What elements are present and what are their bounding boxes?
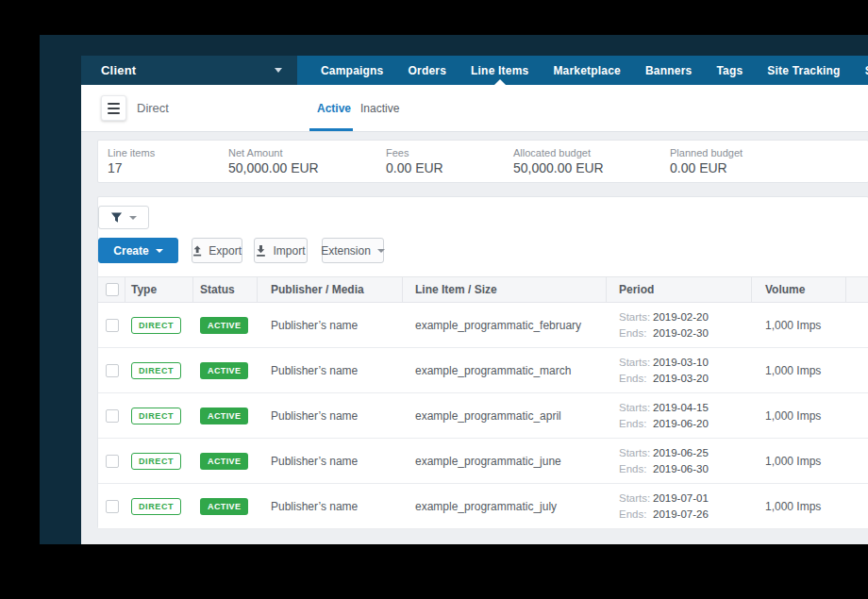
hamburger-icon [108,103,120,105]
stat-fees-value: 0.00 EUR [386,160,443,175]
stat-planned-budget-value: 0.00 EUR [670,160,727,175]
table-row[interactable]: DIRECT ACTIVE Publisher’s name example_p… [98,439,868,484]
type-badge: DIRECT [131,498,181,515]
upload-icon [192,245,202,257]
nav-item-site-tracking[interactable]: Site Tracking [767,56,840,85]
active-tab-underline [309,128,353,131]
column-header-type[interactable]: Type [131,277,157,302]
status-badge: ACTIVE [200,317,248,334]
create-button-label: Create [113,244,148,258]
tab-inactive[interactable]: Inactive [360,85,399,131]
tab-active[interactable]: Active [317,85,351,131]
publisher-name: Publisher’s name [271,348,358,392]
nav-item-stats-reports[interactable]: Stats & Reports [865,56,868,85]
row-checkbox[interactable] [106,500,119,513]
start-date: 2019-06-25 [653,447,709,458]
starts-label: Starts: [619,445,653,461]
volume-value: 1,000 Imps [765,484,821,528]
type-badge: DIRECT [131,317,181,334]
publisher-name: Publisher’s name [271,393,358,438]
subheader-bar: Direct Active Inactive [81,85,868,132]
period-cell: Starts:2019-03-10 Ends:2019-03-20 [619,355,709,387]
type-badge: DIRECT [131,453,181,470]
line-item-name: example_programmatic_march [415,348,571,392]
starts-label: Starts: [619,355,653,371]
row-checkbox[interactable] [106,409,119,423]
nav-item-orders[interactable]: Orders [408,56,446,85]
period-cell: Starts:2019-02-20 Ends:2019-02-30 [619,309,709,341]
create-button[interactable]: Create [98,238,178,263]
line-item-name: example_programmatic_april [415,393,561,438]
chevron-down-icon [156,249,163,253]
starts-label: Starts: [619,309,653,325]
start-date: 2019-07-01 [653,492,709,504]
publisher-name: Publisher’s name [271,303,358,347]
column-header-line-item[interactable]: Line Item / Size [415,277,497,302]
nav-item-marketplace[interactable]: Marketplace [553,56,621,85]
chevron-down-icon [377,249,385,253]
period-cell: Starts:2019-06-25 Ends:2019-06-30 [619,445,709,477]
end-date: 2019-07-26 [653,508,709,520]
ends-label: Ends: [619,371,653,387]
summary-stats-card: Line items 17 Net Amount 50,000.00 EUR F… [97,140,868,183]
export-button-label: Export [209,244,242,258]
ends-label: Ends: [619,507,653,523]
select-all-checkbox[interactable] [106,283,119,296]
ends-label: Ends: [619,461,653,477]
publisher-name: Publisher’s name [271,439,358,483]
period-cell: Starts:2019-07-01 Ends:2019-07-26 [619,491,709,523]
stat-line-items-value: 17 [108,160,123,175]
client-selector-label: Client [101,63,275,77]
ends-label: Ends: [619,325,653,341]
column-header-volume[interactable]: Volume [765,277,805,302]
column-header-publisher[interactable]: Publisher / Media [271,277,364,302]
top-navbar: Client Campaigns Orders Line Items Marke… [81,56,868,85]
table-row[interactable]: DIRECT ACTIVE Publisher’s name example_p… [98,393,868,439]
table-row[interactable]: DIRECT ACTIVE Publisher’s name example_p… [98,303,868,348]
chevron-down-icon [275,68,282,73]
nav-item-banners[interactable]: Banners [645,56,692,85]
volume-value: 1,000 Imps [765,303,821,347]
column-header-period[interactable]: Period [619,277,654,302]
extension-button[interactable]: Extension [322,238,384,263]
menu-button[interactable] [101,95,126,121]
status-badge: ACTIVE [200,362,248,379]
import-button[interactable]: Import [254,238,308,263]
type-badge: DIRECT [131,408,181,424]
line-items-card: Create Export Import Extension [97,196,868,528]
extension-button-label: Extension [321,244,371,258]
nav-items: Campaigns Orders Line Items Marketplace … [297,56,868,85]
column-header-status[interactable]: Status [200,277,235,302]
line-item-name: example_programmatic_july [415,484,557,528]
volume-value: 1,000 Imps [765,348,821,392]
volume-value: 1,000 Imps [765,393,821,438]
import-button-label: Import [273,244,305,258]
end-date: 2019-03-20 [653,373,709,384]
filter-button[interactable] [98,206,149,229]
download-icon [256,245,266,257]
nav-item-campaigns[interactable]: Campaigns [321,56,383,85]
table-row[interactable]: DIRECT ACTIVE Publisher’s name example_p… [98,348,868,393]
nav-item-line-items[interactable]: Line Items [471,56,528,85]
section-title: Direct [137,85,169,131]
stat-allocated-budget-value: 50,000.00 EUR [513,160,604,175]
volume-value: 1,000 Imps [765,439,821,483]
status-badge: ACTIVE [200,498,248,515]
nav-item-line-items-label: Line Items [471,64,528,77]
line-item-name: example_programmatic_february [415,303,581,347]
export-button[interactable]: Export [192,238,242,263]
period-cell: Starts:2019-04-15 Ends:2019-06-20 [619,400,709,432]
screen: Client Campaigns Orders Line Items Marke… [0,0,868,599]
end-date: 2019-02-30 [653,327,709,339]
nav-item-tags[interactable]: Tags [716,56,743,85]
line-item-name: example_programmatic_june [415,439,561,483]
chevron-down-icon [129,216,137,220]
table-header: Type Status Publisher / Media Line Item … [98,276,868,303]
row-checkbox[interactable] [106,455,119,468]
row-checkbox[interactable] [106,319,119,332]
client-selector[interactable]: Client [81,56,297,85]
status-badge: ACTIVE [200,453,248,470]
row-checkbox[interactable] [106,364,119,377]
starts-label: Starts: [619,400,653,416]
table-row[interactable]: DIRECT ACTIVE Publisher’s name example_p… [98,484,868,529]
